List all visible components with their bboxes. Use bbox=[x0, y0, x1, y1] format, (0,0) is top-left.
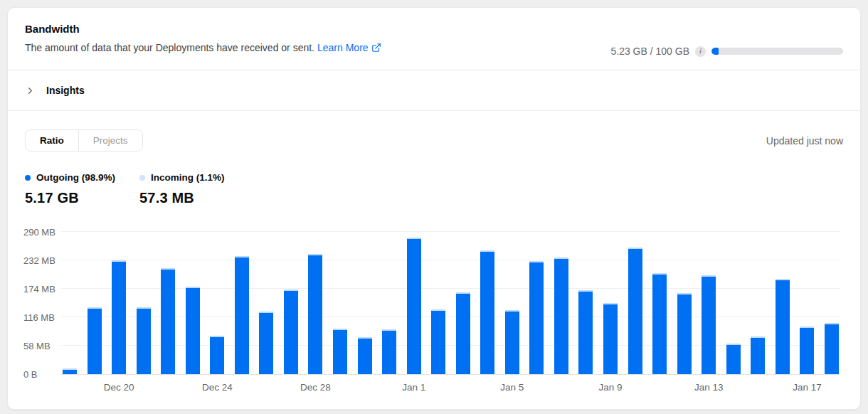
outgoing-segment bbox=[358, 339, 372, 374]
bar-jan-10[interactable] bbox=[628, 248, 642, 374]
bar-jan-15[interactable] bbox=[751, 336, 765, 374]
outgoing-segment bbox=[702, 277, 716, 374]
outgoing-total: 5.17 GB bbox=[25, 190, 139, 206]
view-tabs: Ratio Projects bbox=[25, 129, 143, 152]
y-axis-tick-label: 232 MB bbox=[23, 255, 59, 266]
info-icon[interactable]: i bbox=[695, 46, 706, 57]
bar-dec-28[interactable] bbox=[308, 254, 322, 374]
learn-more-label: Learn More bbox=[317, 42, 369, 53]
tab-projects[interactable]: Projects bbox=[79, 130, 142, 151]
outgoing-segment bbox=[529, 262, 544, 374]
x-axis-tick-label: Jan 9 bbox=[599, 382, 623, 393]
bar-dec-21[interactable] bbox=[137, 307, 151, 374]
outgoing-segment bbox=[137, 309, 151, 374]
outgoing-segment bbox=[726, 345, 741, 374]
outgoing-segment bbox=[751, 338, 765, 374]
bandwidth-usage-card: Bandwidth The amount of data that your D… bbox=[7, 7, 861, 410]
bar-dec-31[interactable] bbox=[382, 329, 396, 374]
x-axis-tick-label: Jan 13 bbox=[694, 382, 724, 393]
insights-toggle[interactable]: Insights bbox=[8, 70, 860, 111]
incoming-label: Incoming (1.1%) bbox=[151, 172, 225, 183]
bars-container bbox=[63, 233, 839, 374]
y-axis-tick-label: 0 B bbox=[23, 369, 59, 380]
outgoing-label: Outgoing (98.9%) bbox=[36, 172, 115, 183]
plot-area: 290 MB232 MB174 MB116 MB58 MB0 B bbox=[61, 233, 840, 375]
outgoing-segment bbox=[112, 262, 126, 374]
outgoing-segment bbox=[210, 337, 224, 374]
outgoing-segment bbox=[284, 291, 298, 374]
x-axis-tick-label: Dec 20 bbox=[104, 382, 134, 393]
bar-dec-18[interactable] bbox=[63, 368, 77, 374]
bar-jan-6[interactable] bbox=[529, 261, 544, 374]
usage-progress-fill bbox=[711, 48, 719, 55]
outgoing-segment bbox=[407, 239, 421, 374]
bar-dec-29[interactable] bbox=[333, 329, 347, 374]
x-axis-tick-label: Jan 5 bbox=[500, 382, 524, 393]
bar-dec-30[interactable] bbox=[358, 337, 372, 374]
bar-jan-12[interactable] bbox=[677, 293, 692, 374]
outgoing-segment bbox=[186, 288, 200, 374]
page-title: Bandwidth bbox=[25, 23, 381, 35]
bar-jan-18[interactable] bbox=[825, 323, 839, 374]
x-axis-tick-label: Jan 1 bbox=[402, 382, 425, 393]
learn-more-link[interactable]: Learn More bbox=[317, 42, 381, 53]
incoming-dot-icon bbox=[139, 175, 145, 181]
bar-dec-20[interactable] bbox=[112, 260, 126, 374]
usage-amount: 5.23 GB / 100 GB bbox=[610, 46, 689, 57]
bar-jan-2[interactable] bbox=[431, 309, 445, 374]
insights-label: Insights bbox=[46, 85, 85, 96]
x-axis: Dec 20Dec 24Dec 28Jan 1Jan 5Jan 9Jan 13J… bbox=[61, 375, 840, 398]
x-axis-tick-label: Jan 17 bbox=[793, 382, 822, 393]
outgoing-segment bbox=[825, 324, 839, 374]
usage-progress-bar bbox=[711, 48, 843, 55]
outgoing-segment bbox=[505, 312, 519, 374]
bar-jan-11[interactable] bbox=[652, 273, 667, 374]
bar-jan-13[interactable] bbox=[702, 275, 716, 374]
bar-dec-25[interactable] bbox=[235, 256, 249, 374]
legend-outgoing: Outgoing (98.9%) 5.17 GB bbox=[25, 172, 139, 206]
bar-jan-1[interactable] bbox=[407, 238, 421, 374]
chevron-right-icon bbox=[25, 85, 36, 96]
tab-ratio[interactable]: Ratio bbox=[26, 130, 79, 151]
bar-dec-24[interactable] bbox=[210, 336, 224, 374]
outgoing-segment bbox=[628, 249, 642, 374]
bar-dec-19[interactable] bbox=[88, 307, 102, 374]
incoming-total: 57.3 MB bbox=[139, 190, 254, 206]
bar-jan-8[interactable] bbox=[578, 290, 593, 374]
outgoing-segment bbox=[578, 292, 593, 374]
x-axis-tick-label: Dec 28 bbox=[300, 382, 331, 393]
bar-jan-17[interactable] bbox=[800, 327, 814, 374]
bar-jan-3[interactable] bbox=[456, 292, 470, 374]
x-axis-tick-label: Dec 24 bbox=[202, 382, 233, 393]
bar-jan-7[interactable] bbox=[554, 258, 568, 374]
outgoing-segment bbox=[161, 270, 175, 374]
outgoing-segment bbox=[480, 252, 494, 374]
outgoing-segment bbox=[333, 330, 347, 374]
outgoing-segment bbox=[382, 331, 396, 374]
outgoing-segment bbox=[776, 280, 790, 374]
bar-jan-9[interactable] bbox=[603, 303, 618, 374]
outgoing-segment bbox=[603, 304, 618, 374]
bar-jan-5[interactable] bbox=[505, 310, 519, 374]
outgoing-segment bbox=[259, 313, 273, 374]
bar-dec-26[interactable] bbox=[259, 312, 273, 374]
bar-dec-23[interactable] bbox=[186, 287, 200, 374]
outgoing-dot-icon bbox=[25, 175, 31, 181]
y-axis-tick-label: 174 MB bbox=[23, 284, 59, 294]
outgoing-segment bbox=[431, 311, 445, 374]
outgoing-segment bbox=[235, 258, 249, 374]
outgoing-segment bbox=[88, 309, 102, 374]
chart-section: Ratio Projects Updated just now Outgoing… bbox=[8, 111, 860, 398]
bar-dec-22[interactable] bbox=[161, 268, 175, 374]
bar-jan-16[interactable] bbox=[776, 279, 790, 374]
usage-summary: 5.23 GB / 100 GB i bbox=[610, 33, 843, 70]
page-description: The amount of data that your Deployments… bbox=[25, 42, 381, 53]
outgoing-segment bbox=[63, 370, 77, 374]
bar-jan-14[interactable] bbox=[726, 344, 741, 374]
header-text-block: Bandwidth The amount of data that your D… bbox=[25, 23, 381, 70]
chart-legend: Outgoing (98.9%) 5.17 GB Incoming (1.1%)… bbox=[25, 172, 843, 206]
bar-jan-4[interactable] bbox=[480, 250, 494, 374]
outgoing-segment bbox=[800, 328, 814, 374]
bar-dec-27[interactable] bbox=[284, 290, 298, 374]
outgoing-segment bbox=[456, 294, 470, 374]
